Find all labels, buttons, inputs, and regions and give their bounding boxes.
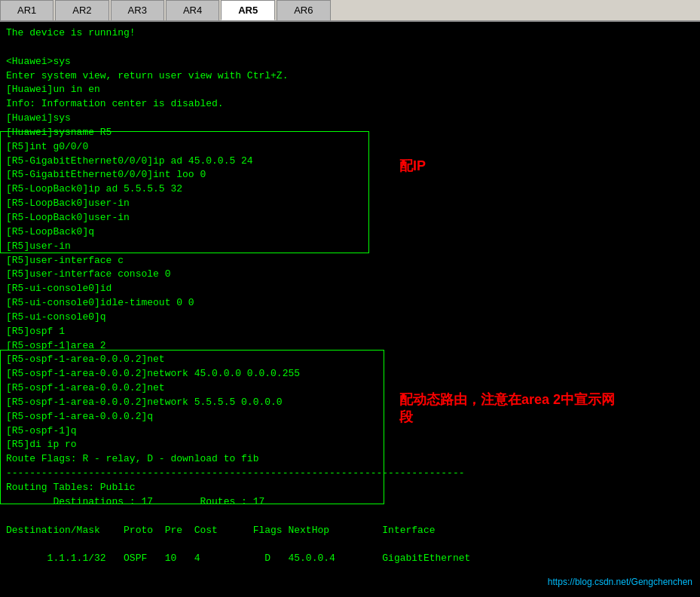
tab-ar4[interactable]: AR4: [166, 0, 219, 20]
tab-ar5[interactable]: AR5: [221, 0, 275, 20]
annotation-ospf: 配动态路由，注意在area 2中宣示网段: [399, 391, 615, 427]
watermark: https://blog.csdn.net/Gengchenchen: [548, 576, 692, 589]
tab-ar3[interactable]: AR3: [111, 0, 164, 20]
annotation-ip: 配IP: [399, 156, 426, 176]
tab-bar: AR1 AR2 AR3 AR4 AR5 AR6: [0, 0, 700, 22]
tab-ar1[interactable]: AR1: [0, 0, 53, 20]
terminal-output: The device is running! <Huawei>sys Enter…: [6, 26, 694, 566]
tab-ar2[interactable]: AR2: [55, 0, 109, 20]
terminal-area[interactable]: The device is running! <Huawei>sys Enter…: [0, 22, 700, 595]
tab-ar6[interactable]: AR6: [277, 0, 330, 20]
